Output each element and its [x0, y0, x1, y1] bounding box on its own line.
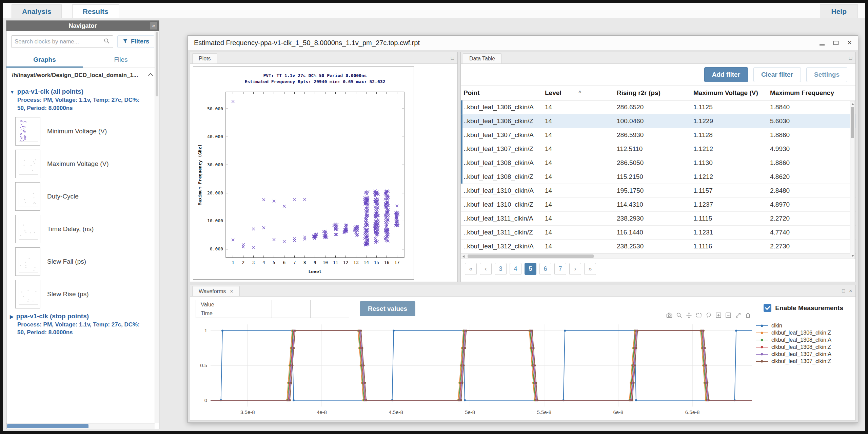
legend-item[interactable]: clkbuf_leaf_1308_clkin:A	[755, 337, 852, 343]
table-row[interactable]: ..kbuf_leaf_1308_clkin/A14286.50501.1130…	[461, 156, 855, 170]
column-header[interactable]: Rising r2r (ps)	[617, 89, 693, 97]
pagination-page-6[interactable]: 6	[539, 263, 551, 275]
measure-cell[interactable]	[272, 300, 311, 309]
graph-list-item[interactable]: Slew Rise (ps)	[9, 278, 157, 310]
help-button[interactable]: Help	[820, 4, 858, 19]
popout-icon[interactable]: □	[849, 55, 852, 61]
measure-cell[interactable]	[233, 300, 272, 309]
column-header[interactable]: Maximum Frequency	[770, 89, 855, 97]
enable-measurements-checkbox[interactable]	[764, 304, 771, 312]
measure-cell[interactable]	[311, 300, 349, 309]
waveform-chart[interactable]: 3.5e-84e-84.5e-85e-85.5e-86e-86.5e-800.5…	[192, 320, 755, 419]
clock-group-stop-points[interactable]: ▶ ppa-v1-clk (stop points)	[10, 313, 157, 320]
search-icon[interactable]	[103, 38, 110, 45]
measure-cell[interactable]	[233, 309, 272, 318]
add-filter-button[interactable]: Add filter	[704, 67, 748, 82]
table-row[interactable]: ..kbuf_leaf_1306_clkin/A14286.65201.1125…	[461, 100, 855, 114]
scrollbar-thumb[interactable]	[7, 424, 88, 428]
graph-list-item[interactable]: Time Delay, (ns)	[9, 213, 157, 245]
expanded-arrow-icon[interactable]: ▼	[10, 89, 15, 95]
legend-item[interactable]: clkin	[755, 323, 852, 329]
table-vertical-scrollbar[interactable]	[850, 101, 855, 259]
graph-thumbnail[interactable]	[15, 117, 40, 146]
pagination-prev[interactable]: ‹	[480, 263, 492, 275]
graph-list-item[interactable]: Minimum Voltage (V)	[9, 115, 157, 148]
scrollbar-thumb[interactable]	[468, 254, 594, 258]
pagination-page-4[interactable]: 4	[510, 263, 521, 275]
tab-analysis[interactable]: Analysis	[12, 4, 62, 18]
table-row[interactable]: ..kbuf_leaf_1311_clkin/A14238.29301.1115…	[461, 212, 855, 226]
collapse-panel-icon[interactable]: «	[150, 22, 157, 30]
pagination-page-5[interactable]: 5	[525, 263, 536, 275]
lasso-icon[interactable]	[705, 312, 712, 319]
table-row[interactable]: ..kbuf_leaf_1308_clkin/Z14115.21501.1212…	[461, 170, 855, 184]
legend-item[interactable]: clkbuf_leaf_1306_clkin:Z	[755, 330, 852, 336]
table-row[interactable]: ..kbuf_leaf_1307_clkin/Z14112.51101.1212…	[461, 142, 855, 156]
zoom-icon[interactable]	[675, 312, 683, 319]
graph-thumbnail[interactable]	[15, 215, 40, 243]
graph-list-item[interactable]: Slew Fall (ps)	[9, 245, 157, 278]
camera-icon[interactable]	[666, 312, 673, 319]
graph-thumbnail[interactable]	[15, 280, 40, 308]
tab-waveforms[interactable]: Waveforms ×	[192, 286, 240, 296]
design-path-row[interactable]: /h/inayat/work/Design_DCD_local_domain_1…	[6, 68, 159, 83]
sidebar-horizontal-scrollbar[interactable]	[6, 423, 155, 429]
reset-axes-icon[interactable]	[744, 312, 752, 319]
close-panel-icon[interactable]: ×	[849, 288, 852, 294]
autoscale-icon[interactable]	[734, 312, 742, 319]
tab-data-table[interactable]: Data Table	[463, 53, 501, 63]
table-row[interactable]: ..kbuf_leaf_1310_clkin/Z14114.43101.1237…	[461, 198, 855, 212]
graph-thumbnail[interactable]	[15, 247, 40, 276]
popout-icon[interactable]: □	[451, 55, 454, 61]
maximize-icon[interactable]	[833, 39, 839, 46]
graph-list-item[interactable]: Duty-Cycle	[9, 180, 157, 213]
pagination-last[interactable]: »	[584, 263, 596, 275]
tab-results[interactable]: Results	[72, 4, 119, 18]
sidebar-vertical-scrollbar[interactable]	[155, 31, 159, 423]
tab-plots[interactable]: Plots	[192, 53, 217, 63]
minimize-icon[interactable]	[820, 39, 825, 46]
zoom-in-icon[interactable]	[715, 312, 722, 319]
settings-button[interactable]: Settings	[806, 67, 847, 82]
column-header[interactable]: Maximum Voltage (V)	[693, 89, 770, 97]
clock-group-all-points[interactable]: ▼ ppa-v1-clk (all points)	[10, 88, 157, 95]
tab-graphs[interactable]: Graphs	[6, 52, 83, 68]
table-row[interactable]: ..kbuf_leaf_1311_clkin/Z14116.14401.1231…	[461, 226, 855, 240]
column-header[interactable]: Point	[463, 89, 545, 97]
pagination-page-7[interactable]: 7	[554, 263, 566, 275]
window-titlebar[interactable]: Estimated Frequency-ppa-v1-clk_1_50_8.00…	[188, 36, 858, 50]
close-tab-icon[interactable]: ×	[230, 288, 233, 295]
table-row[interactable]: ..kbuf_leaf_1312_clkin/A14238.25301.1116…	[461, 240, 855, 253]
collapsed-arrow-icon[interactable]: ▶	[10, 314, 14, 319]
graph-list-item[interactable]: Maximum Voltage (V)	[9, 148, 157, 180]
box-select-icon[interactable]	[695, 312, 703, 319]
popout-icon[interactable]: □	[842, 288, 845, 294]
legend-item[interactable]: clkbuf_leaf_1307_clkin:A	[755, 351, 852, 357]
table-row[interactable]: ..kbuf_leaf_1306_clkin/Z14100.04601.1229…	[461, 114, 855, 128]
column-header[interactable]: Level^	[545, 89, 617, 97]
tab-files[interactable]: Files	[83, 52, 159, 68]
enable-measurements[interactable]: Enable Measurements	[764, 304, 843, 312]
pagination-first[interactable]: «	[465, 263, 477, 275]
zoom-out-icon[interactable]	[725, 312, 732, 319]
graph-thumbnail[interactable]	[15, 182, 40, 211]
graph-thumbnail[interactable]	[15, 150, 40, 178]
collapse-chevron-icon[interactable]	[148, 73, 153, 78]
pagination-next[interactable]: ›	[569, 263, 581, 275]
table-horizontal-scrollbar[interactable]	[461, 253, 855, 259]
pan-icon[interactable]	[685, 312, 693, 319]
measure-cell[interactable]	[272, 309, 311, 318]
clear-filter-button[interactable]: Clear filter	[753, 67, 801, 82]
filters-button[interactable]: Filters	[117, 35, 154, 48]
scrollbar-thumb[interactable]	[156, 32, 158, 96]
legend-item[interactable]: clkbuf_leaf_1307_clkin:Z	[755, 358, 852, 364]
search-input[interactable]	[15, 38, 103, 45]
pagination-page-3[interactable]: 3	[495, 263, 507, 275]
scrollbar-thumb[interactable]	[851, 107, 854, 138]
close-icon[interactable]: ×	[847, 39, 852, 46]
legend-item[interactable]: clkbuf_leaf_1308_clkin:Z	[755, 344, 852, 350]
scatter-plot-page[interactable]: 12345678910111213141516170.00010.00020.0…	[193, 67, 414, 280]
reset-values-button[interactable]: Reset values	[360, 301, 415, 316]
measure-cell[interactable]	[311, 309, 349, 318]
table-row[interactable]: ..kbuf_leaf_1307_clkin/A14286.59301.1128…	[461, 128, 855, 142]
